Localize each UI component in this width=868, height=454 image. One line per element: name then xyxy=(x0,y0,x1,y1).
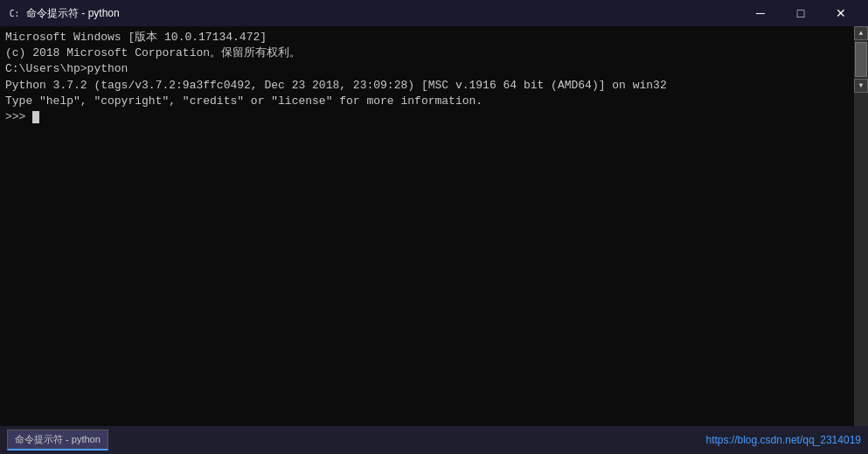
window-title: 命令提示符 - python xyxy=(26,6,740,21)
minimize-button[interactable]: ─ xyxy=(740,0,781,26)
close-button[interactable]: ✕ xyxy=(821,0,861,26)
taskbar: 命令提示符 - python https://blog.csdn.net/qq_… xyxy=(0,426,868,454)
terminal-line: >>> xyxy=(5,109,863,125)
terminal-content: Microsoft Windows [版本 10.0.17134.472](c)… xyxy=(5,30,863,125)
taskbar-items: 命令提示符 - python xyxy=(7,430,706,451)
terminal-line: Type "help", "copyright", "credits" or "… xyxy=(5,94,863,109)
terminal-line: Python 3.7.2 (tags/v3.7.2:9a3ffc0492, De… xyxy=(5,78,863,94)
taskbar-item[interactable]: 命令提示符 - python xyxy=(7,430,108,451)
scrollbar-thumb[interactable] xyxy=(855,42,867,77)
terminal-line: (c) 2018 Microsoft Corporation。保留所有权利。 xyxy=(5,45,863,61)
title-bar: C:\ 命令提示符 - python ─ □ ✕ xyxy=(0,0,868,26)
scroll-down-button[interactable]: ▼ xyxy=(854,79,868,93)
terminal-line: C:\Users\hp>python xyxy=(5,61,863,77)
scrollbar[interactable]: ▲ ▼ xyxy=(854,26,868,426)
cursor xyxy=(32,111,39,123)
cmd-icon: C:\ xyxy=(7,6,21,20)
scroll-up-button[interactable]: ▲ xyxy=(854,26,868,40)
window-controls: ─ □ ✕ xyxy=(740,0,861,26)
terminal-area[interactable]: Microsoft Windows [版本 10.0.17134.472](c)… xyxy=(0,26,868,426)
svg-text:C:\: C:\ xyxy=(10,9,20,18)
maximize-button[interactable]: □ xyxy=(781,0,821,26)
terminal-line: Microsoft Windows [版本 10.0.17134.472] xyxy=(5,30,863,45)
taskbar-url: https://blog.csdn.net/qq_2314019 xyxy=(706,434,861,446)
